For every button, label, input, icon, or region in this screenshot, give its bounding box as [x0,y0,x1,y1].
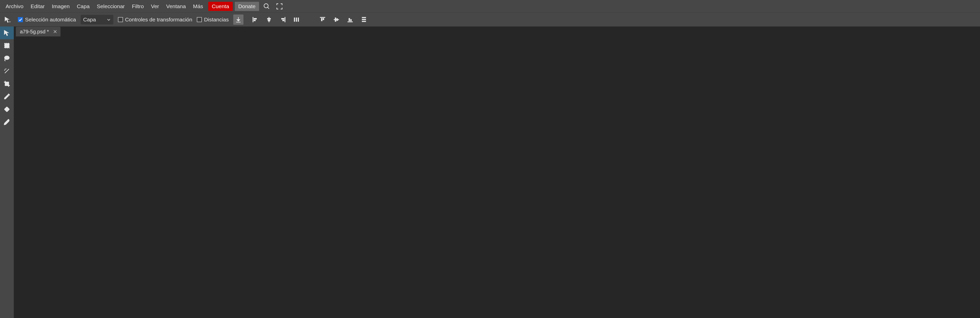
menu-ver[interactable]: Ver [148,2,163,10]
svg-text:+: + [9,20,11,24]
document-tab[interactable]: a79-5g.psd * [16,27,60,36]
svg-rect-8 [268,20,270,21]
auto-select-label: Selección automática [25,17,76,23]
align-top-icon[interactable] [318,14,328,25]
auto-select-checkbox[interactable]: Selección automática [18,17,76,23]
canvas-zone: a79-5g.psd * [14,27,980,318]
svg-rect-20 [337,19,338,21]
svg-rect-19 [335,17,336,21]
svg-rect-27 [5,43,10,48]
chevron-down-icon [107,17,111,22]
svg-rect-10 [282,18,284,19]
fullscreen-icon[interactable] [274,1,285,11]
svg-rect-14 [298,17,299,21]
tool-options-bar: + Selección automática Capa Controles de… [0,13,980,27]
donate-button[interactable]: Donate [235,2,259,11]
dropdown-value: Capa [83,17,96,23]
brush-tool[interactable] [0,115,14,128]
align-group-horizontal [250,14,302,25]
auto-select-target-dropdown[interactable]: Capa [81,15,113,24]
move-tool[interactable] [0,27,14,39]
svg-rect-6 [269,17,269,22]
svg-rect-21 [348,22,353,22]
transform-controls-checkbox[interactable]: Controles de transformación [118,17,192,23]
svg-rect-18 [334,19,339,20]
align-center-v-icon[interactable] [331,14,342,25]
svg-line-1 [268,7,269,9]
svg-rect-3 [253,17,253,22]
svg-rect-17 [323,18,324,20]
document-tab-strip: a79-5g.psd * [14,27,980,37]
svg-rect-12 [294,17,295,21]
svg-rect-5 [254,20,256,21]
eyedropper-tool[interactable] [0,90,14,103]
document-tab-label: a79-5g.psd * [20,29,49,35]
align-left-icon[interactable] [250,14,260,25]
svg-rect-22 [349,18,350,21]
menu-editar[interactable]: Editar [27,2,48,10]
download-icon[interactable] [233,14,243,25]
menu-capa[interactable]: Capa [73,2,93,10]
healing-brush-tool[interactable] [0,103,14,115]
svg-rect-7 [267,18,271,19]
canvas[interactable] [14,37,980,318]
align-group-vertical [318,14,369,25]
distribute-h-icon[interactable] [291,14,302,25]
menu-seleccionar[interactable]: Seleccionar [93,2,128,10]
align-center-h-icon[interactable] [264,14,274,25]
svg-rect-4 [254,18,257,19]
menu-archivo[interactable]: Archivo [2,2,27,10]
magic-wand-tool[interactable] [0,65,14,78]
account-button[interactable]: Cuenta [208,2,233,11]
checkbox-icon [197,17,202,22]
align-bottom-icon[interactable] [345,14,355,25]
svg-rect-23 [350,19,352,21]
main-menu-bar: Archivo Editar Imagen Capa Seleccionar F… [0,0,980,13]
close-icon[interactable] [52,29,58,35]
crop-tool[interactable] [0,78,14,90]
svg-rect-26 [362,21,366,22]
rect-select-tool[interactable] [0,39,14,52]
svg-rect-11 [283,20,284,21]
menu-ventana[interactable]: Ventana [162,2,189,10]
left-toolbox [0,27,14,318]
transform-controls-label: Controles de transformación [125,17,192,23]
menu-mas[interactable]: Más [189,2,207,10]
menu-filtro[interactable]: Filtro [128,2,148,10]
svg-rect-9 [285,17,285,22]
svg-rect-25 [362,19,366,20]
distances-label: Distancias [204,17,229,23]
svg-rect-24 [362,17,366,18]
menu-imagen[interactable]: Imagen [48,2,73,10]
distances-checkbox[interactable]: Distancias [197,17,229,23]
svg-rect-16 [321,18,322,21]
svg-rect-15 [320,17,325,17]
active-tool-icon: + [2,14,13,25]
svg-rect-13 [296,17,297,21]
search-icon[interactable] [262,1,272,11]
svg-point-0 [264,3,268,8]
lasso-tool[interactable] [0,52,14,65]
distribute-v-icon[interactable] [359,14,369,25]
svg-point-28 [5,56,10,60]
checkbox-icon [18,17,23,22]
checkbox-icon [118,17,123,22]
align-right-icon[interactable] [278,14,288,25]
